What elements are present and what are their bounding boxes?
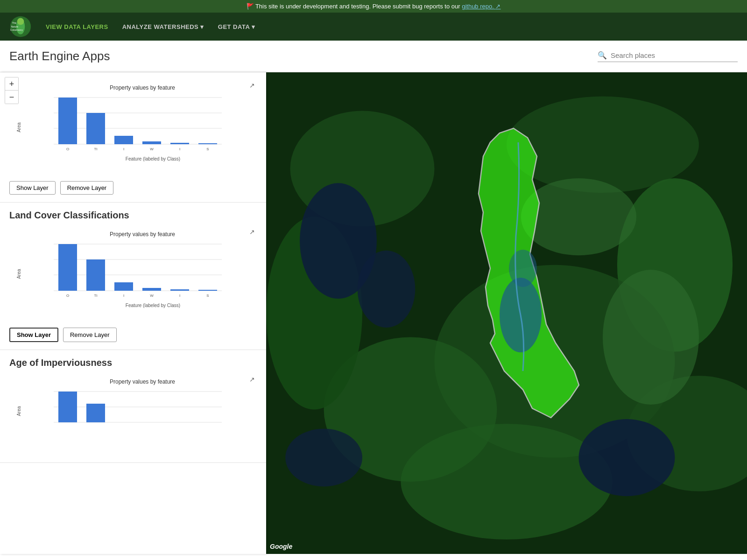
chart-svg-3: Area 30,000 20,000 10,000 [33, 387, 252, 435]
svg-rect-15 [86, 113, 105, 144]
svg-point-64 [358, 251, 416, 328]
svg-rect-36 [114, 282, 133, 291]
page-header: Earth Engine Apps 🔍 [0, 41, 747, 72]
expand-icon-3[interactable]: ↗ [249, 376, 255, 383]
svg-point-62 [401, 424, 612, 539]
chart-title-2: Property values by feature [33, 231, 252, 238]
chart-section-2: Land Cover Classifications ↗ Property va… [0, 203, 266, 350]
svg-point-65 [579, 419, 675, 496]
svg-rect-18 [170, 143, 189, 144]
zoom-controls: + − [5, 77, 19, 104]
show-layer-btn-2[interactable]: Show Layer [9, 328, 58, 342]
chart-inner-1: Property values by feature Area 60,000 4… [9, 80, 257, 175]
remove-layer-btn-1[interactable]: Remove Layer [60, 181, 114, 195]
svg-rect-34 [58, 244, 77, 291]
svg-rect-17 [142, 141, 161, 144]
bar-chart-3: 30,000 20,000 10,000 [54, 387, 222, 434]
logo-area: The Nature Conservancy [9, 15, 32, 38]
google-watermark: Google [270, 543, 292, 550]
svg-text:TI: TI [94, 147, 97, 151]
page-title: Earth Engine Apps [9, 49, 598, 63]
chart-title-1: Property values by feature [33, 84, 252, 91]
chart-inner-2: Property values by feature Area 60,000 4… [9, 226, 257, 322]
chart-container-1: ↗ Property values by feature Area 60,000 [9, 80, 257, 175]
svg-point-66 [285, 429, 362, 487]
svg-rect-38 [170, 289, 189, 291]
search-input[interactable] [611, 51, 732, 59]
svg-text:O: O [66, 294, 69, 298]
svg-rect-53 [86, 404, 105, 422]
svg-point-56 [507, 97, 699, 193]
expand-icon-1[interactable]: ↗ [249, 82, 255, 89]
svg-rect-16 [114, 136, 133, 144]
svg-text:The: The [12, 21, 17, 24]
svg-text:Nature: Nature [11, 25, 18, 28]
github-link[interactable]: github repo. ↗ [462, 3, 500, 10]
svg-text:O: O [66, 147, 69, 151]
nav-analyze-watersheds[interactable]: ANALYZE WATERSHEDS ▾ [122, 23, 204, 30]
svg-text:S: S [206, 294, 209, 298]
svg-text:W: W [150, 294, 154, 298]
expand-icon-2[interactable]: ↗ [249, 228, 255, 236]
chart-svg-1: Area 60,000 40,000 20,000 0 [33, 93, 252, 161]
chart-container-3: ↗ Property values by feature Area 30,000… [9, 374, 257, 449]
section-title-2: Land Cover Classifications [9, 210, 257, 221]
btn-row-1: Show Layer Remove Layer [9, 181, 257, 195]
svg-point-68 [603, 270, 699, 405]
nav-links: VIEW DATA LAYERS ANALYZE WATERSHEDS ▾ GE… [46, 23, 255, 30]
x-axis-label-1: Feature (labeled by Class) [54, 156, 252, 161]
svg-rect-52 [58, 392, 77, 422]
banner-text: This site is under development and testi… [255, 3, 460, 10]
y-axis-label-2: Area [16, 269, 21, 279]
satellite-map [266, 72, 747, 554]
section-title-3: Age of Imperviousness [9, 357, 257, 368]
chart-title-3: Property values by feature [33, 378, 252, 385]
main-content: + − ↗ Property values by feature Area [0, 72, 747, 554]
svg-rect-39 [198, 290, 217, 291]
chart-svg-2: Area 60,000 40,000 20,000 0 [33, 239, 252, 308]
chart-container-2: ↗ Property values by feature Area 60,000… [9, 226, 257, 322]
left-panel: ↗ Property values by feature Area 60,000 [0, 72, 266, 554]
nav-view-data-layers[interactable]: VIEW DATA LAYERS [46, 23, 108, 30]
tnc-logo: The Nature Conservancy [9, 15, 32, 38]
bar-chart-2: 60,000 40,000 20,000 0 O TI [54, 239, 222, 300]
zoom-out-button[interactable]: − [5, 91, 18, 104]
svg-point-67 [521, 178, 636, 255]
svg-text:I: I [123, 147, 124, 151]
svg-rect-19 [198, 143, 217, 144]
bar-chart-1: 60,000 40,000 20,000 0 O [54, 93, 222, 154]
navbar: The Nature Conservancy VIEW DATA LAYERS … [0, 13, 747, 41]
chart-section-1: ↗ Property values by feature Area 60,000 [0, 72, 266, 203]
map-area[interactable]: Google [266, 72, 747, 554]
svg-point-2 [17, 18, 24, 25]
svg-rect-14 [58, 98, 77, 144]
svg-text:TI: TI [94, 294, 97, 298]
dev-banner: 🚩 This site is under development and tes… [0, 0, 747, 13]
getdata-dropdown-icon: ▾ [252, 23, 255, 30]
analyze-dropdown-icon: ▾ [200, 23, 204, 30]
show-layer-btn-1[interactable]: Show Layer [9, 181, 56, 195]
search-area: 🔍 [598, 51, 738, 62]
x-axis-label-2: Feature (labeled by Class) [54, 303, 252, 308]
svg-text:I: I [179, 147, 180, 151]
search-icon: 🔍 [598, 51, 607, 60]
remove-layer-btn-2[interactable]: Remove Layer [63, 328, 117, 342]
banner-icon: 🚩 [247, 3, 254, 10]
svg-text:I: I [179, 294, 180, 298]
chart-inner-3: Property values by feature Area 30,000 2… [9, 374, 257, 449]
svg-rect-37 [142, 288, 161, 291]
svg-text:S: S [206, 147, 209, 151]
y-axis-label-3: Area [16, 406, 21, 416]
svg-point-70 [509, 250, 537, 287]
chart-section-3: Age of Imperviousness ↗ Property values … [0, 350, 266, 463]
zoom-in-button[interactable]: + [5, 77, 18, 91]
btn-row-2: Show Layer Remove Layer [9, 328, 257, 342]
svg-text:W: W [150, 147, 154, 151]
svg-text:I: I [123, 294, 124, 298]
svg-text:Conservancy: Conservancy [10, 29, 23, 31]
svg-rect-35 [86, 259, 105, 291]
nav-get-data[interactable]: GET DATA ▾ [218, 23, 255, 30]
y-axis-label-1: Area [16, 122, 21, 132]
